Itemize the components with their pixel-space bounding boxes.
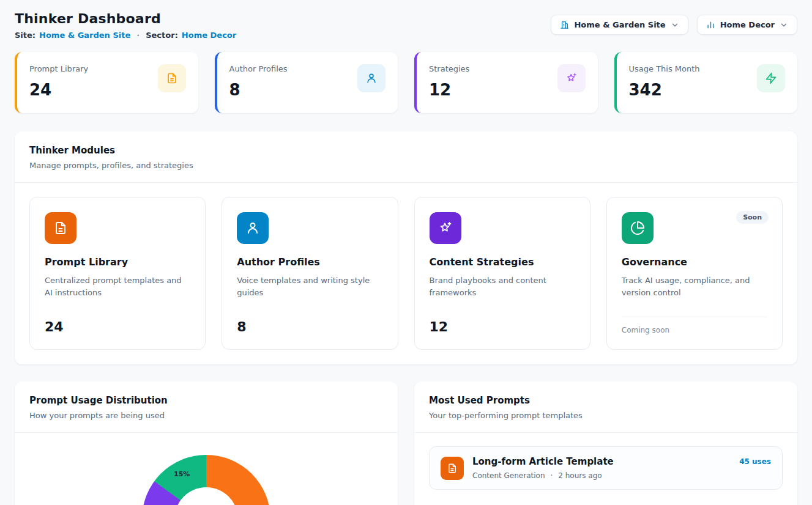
site-label: Site: bbox=[15, 31, 35, 40]
sparkle-star-icon bbox=[430, 212, 461, 244]
header-selectors: Home & Garden Site Home Decor bbox=[551, 15, 797, 35]
module-count: 12 bbox=[430, 319, 575, 334]
user-icon bbox=[237, 212, 269, 244]
modules-header: Thinker Modules Manage prompts, profiles… bbox=[15, 131, 797, 182]
prompt-usage-panel: Prompt Usage Distribution How your promp… bbox=[15, 382, 398, 505]
donut-segment-label: 15% bbox=[174, 470, 190, 478]
module-title: Author Profiles bbox=[237, 256, 382, 268]
stat-value: 8 bbox=[229, 81, 288, 99]
breadcrumb: Site: Home & Garden Site · Sector: Home … bbox=[15, 31, 236, 40]
meta-separator: · bbox=[550, 471, 553, 480]
usage-header: Prompt Usage Distribution How your promp… bbox=[15, 382, 398, 432]
stat-value: 342 bbox=[629, 81, 700, 99]
divider bbox=[15, 432, 398, 433]
divider bbox=[622, 317, 767, 317]
site-selector-dropdown[interactable]: Home & Garden Site bbox=[551, 15, 688, 35]
module-title: Governance bbox=[622, 256, 767, 268]
module-description: Brand playbooks and content frameworks bbox=[430, 275, 575, 299]
breadcrumb-separator: · bbox=[136, 31, 140, 40]
bottom-row: Prompt Usage Distribution How your promp… bbox=[15, 382, 797, 505]
document-icon bbox=[45, 212, 76, 244]
module-description: Track AI usage, compliance, and version … bbox=[622, 275, 767, 299]
prompt-item-meta: Content Generation · 2 hours ago bbox=[472, 471, 731, 480]
module-card-prompt-library[interactable]: Prompt Library Centralized prompt templa… bbox=[29, 197, 206, 350]
stat-card-prompt-library: Prompt Library 24 bbox=[15, 52, 198, 113]
prompt-list: Long-form Article Template Content Gener… bbox=[414, 433, 797, 503]
stat-card-usage: Usage This Month 342 bbox=[614, 52, 798, 113]
stat-value: 12 bbox=[429, 81, 469, 99]
building-icon bbox=[560, 20, 569, 29]
sector-selector-dropdown[interactable]: Home Decor bbox=[697, 15, 797, 35]
usage-title: Prompt Usage Distribution bbox=[29, 395, 383, 406]
top-bar: Thinker Dashboard Site: Home & Garden Si… bbox=[15, 11, 797, 40]
bar-chart-icon bbox=[706, 20, 715, 29]
module-count: 24 bbox=[45, 319, 190, 334]
donut-chart-area: 15% bbox=[15, 455, 398, 505]
lightning-icon bbox=[757, 64, 785, 92]
module-description: Centralized prompt templates and AI inst… bbox=[45, 275, 190, 299]
dashboard-page: Thinker Dashboard Site: Home & Garden Si… bbox=[0, 0, 812, 505]
sector-link[interactable]: Home Decor bbox=[182, 31, 236, 40]
prompt-item-time: 2 hours ago bbox=[558, 471, 602, 480]
module-card-governance[interactable]: Soon Governance Track AI usage, complian… bbox=[606, 197, 783, 350]
modules-grid: Prompt Library Centralized prompt templa… bbox=[15, 183, 797, 364]
chevron-down-icon bbox=[671, 21, 679, 29]
stat-card-strategies: Strategies 12 bbox=[414, 52, 598, 113]
module-count: 8 bbox=[237, 319, 382, 334]
stat-value: 24 bbox=[29, 81, 88, 99]
stat-label: Strategies bbox=[429, 64, 469, 73]
chevron-down-icon bbox=[780, 21, 788, 29]
stats-row: Prompt Library 24 Author Profiles 8 Stra… bbox=[15, 52, 797, 113]
module-title: Content Strategies bbox=[430, 256, 575, 268]
modules-title: Thinker Modules bbox=[29, 145, 783, 156]
sector-label: Sector: bbox=[146, 31, 178, 40]
most-used-prompts-panel: Most Used Prompts Your top-performing pr… bbox=[414, 382, 797, 505]
usage-subtitle: How your prompts are being used bbox=[29, 411, 383, 420]
prompt-item-title: Long-form Article Template bbox=[472, 456, 731, 467]
prompts-header: Most Used Prompts Your top-performing pr… bbox=[414, 382, 797, 432]
title-block: Thinker Dashboard Site: Home & Garden Si… bbox=[15, 11, 236, 40]
stat-label: Author Profiles bbox=[229, 64, 288, 73]
pie-chart-icon bbox=[622, 212, 654, 244]
site-link[interactable]: Home & Garden Site bbox=[39, 31, 130, 40]
sector-selector-label: Home Decor bbox=[720, 20, 775, 29]
prompt-item-category: Content Generation bbox=[472, 471, 545, 480]
sparkle-star-icon bbox=[557, 64, 586, 92]
prompts-subtitle: Your top-performing prompt templates bbox=[429, 411, 783, 420]
user-icon bbox=[357, 64, 386, 92]
stat-label: Prompt Library bbox=[29, 64, 88, 73]
soon-badge: Soon bbox=[736, 211, 769, 224]
prompts-title: Most Used Prompts bbox=[429, 395, 783, 406]
donut-chart[interactable]: 15% bbox=[142, 455, 270, 505]
module-card-content-strategies[interactable]: Content Strategies Brand playbooks and c… bbox=[414, 197, 590, 350]
document-icon bbox=[158, 64, 186, 92]
module-title: Prompt Library bbox=[45, 256, 190, 268]
modules-subtitle: Manage prompts, profiles, and strategies bbox=[29, 161, 783, 170]
stat-card-author-profiles: Author Profiles 8 bbox=[215, 52, 398, 113]
prompt-item-uses: 45 uses bbox=[739, 457, 771, 466]
module-description: Voice templates and writing style guides bbox=[237, 275, 382, 299]
page-title: Thinker Dashboard bbox=[15, 11, 236, 26]
site-selector-label: Home & Garden Site bbox=[574, 20, 665, 29]
coming-soon-text: Coming soon bbox=[622, 326, 767, 334]
stat-label: Usage This Month bbox=[629, 64, 700, 73]
list-item[interactable]: Long-form Article Template Content Gener… bbox=[429, 446, 783, 490]
document-icon bbox=[441, 457, 464, 480]
thinker-modules-panel: Thinker Modules Manage prompts, profiles… bbox=[15, 131, 797, 364]
module-card-author-profiles[interactable]: Author Profiles Voice templates and writ… bbox=[222, 197, 398, 350]
